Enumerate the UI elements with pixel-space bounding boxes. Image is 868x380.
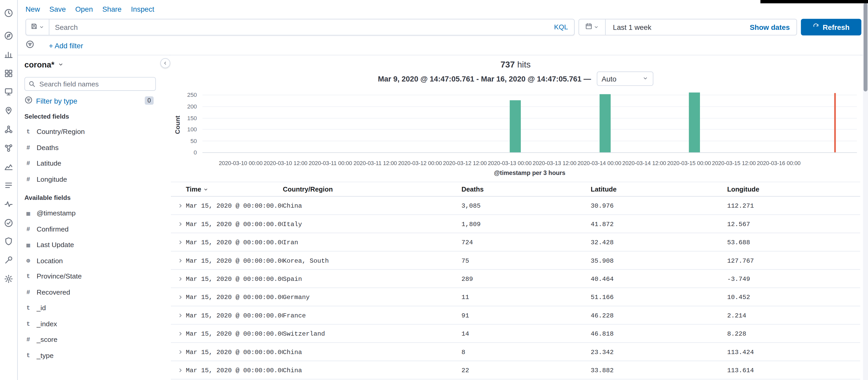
field-item-recovered[interactable]: #Recovered <box>24 284 169 300</box>
filter-count-badge: 0 <box>145 96 154 105</box>
nav-siem-icon[interactable] <box>3 235 14 247</box>
field-item-type[interactable]: t_type <box>24 348 169 363</box>
cell-deaths: 289 <box>462 275 591 282</box>
expand-row-button[interactable] <box>176 293 184 301</box>
column-header-deaths[interactable]: Deaths <box>462 185 591 193</box>
field-item-score[interactable]: #_score <box>24 332 169 348</box>
x-tick-label: 2020-03-14 12:00 <box>622 160 666 166</box>
field-name: _score <box>37 336 57 344</box>
nav-canvas-icon[interactable] <box>3 86 14 97</box>
field-name: @timestamp <box>37 210 75 217</box>
table-row[interactable]: Mar 15, 2020 @ 00:00:00.000Spain28940.46… <box>171 270 860 288</box>
expand-row-button[interactable] <box>176 256 184 264</box>
nav-visualize-icon[interactable] <box>3 49 14 60</box>
column-label: Time <box>186 185 201 193</box>
geo-field-icon: ⊕ <box>24 257 32 264</box>
table-row[interactable]: Mar 15, 2020 @ 00:00:00.000China823.3421… <box>171 343 860 361</box>
field-sidebar: corona* Filter by type 0 Selected fields… <box>18 55 169 380</box>
field-item-last-update[interactable]: ▦Last Update <box>24 237 169 253</box>
field-item-longitude[interactable]: #Longitude <box>24 171 169 187</box>
field-item-province-state[interactable]: tProvince/State <box>24 268 169 284</box>
cell-time: Mar 15, 2020 @ 00:00:00.000 <box>186 367 283 374</box>
collapse-sidebar-button[interactable] <box>160 58 170 68</box>
column-header-time[interactable]: Time <box>186 185 283 193</box>
show-dates-button[interactable]: Show dates <box>750 23 797 31</box>
add-filter-button[interactable]: + Add filter <box>49 41 83 50</box>
scrollbar-thumb[interactable] <box>864 3 867 91</box>
expand-row-button[interactable] <box>176 330 184 338</box>
cell-latitude: 33.882 <box>591 367 727 374</box>
nav-logs-icon[interactable] <box>3 179 14 191</box>
column-header-country-region[interactable]: Country/Region <box>283 185 462 193</box>
top-menu-save[interactable]: Save <box>49 5 66 13</box>
table-row[interactable]: Mar 15, 2020 @ 00:00:00.000France9146.22… <box>171 306 860 324</box>
top-menu-new[interactable]: New <box>26 5 40 13</box>
filter-bar: + Add filter <box>26 39 83 52</box>
field-item-timestamp[interactable]: ▦@timestamp <box>24 205 169 221</box>
table-row[interactable]: Mar 15, 2020 @ 00:00:00.000China2233.882… <box>171 361 860 379</box>
time-range-value[interactable]: Last 1 week <box>606 23 750 31</box>
field-item-deaths[interactable]: #Deaths <box>24 140 169 156</box>
x-tick-label: 2020-03-13 12:00 <box>533 160 577 166</box>
nav-recently-viewed-icon[interactable] <box>3 7 14 19</box>
cell-latitude: 40.464 <box>591 275 727 282</box>
table-row[interactable]: Mar 15, 2020 @ 00:00:00.000Italy1,80941.… <box>171 215 860 233</box>
field-item-latitude[interactable]: #Latitude <box>24 156 169 171</box>
table-row[interactable]: Mar 15, 2020 @ 00:00:00.000Switzerland14… <box>171 325 860 343</box>
date-picker-calendar-button[interactable] <box>579 20 606 35</box>
cell-longitude: 8.228 <box>727 330 861 337</box>
expand-row-button[interactable] <box>176 366 184 374</box>
nav-graph-icon[interactable] <box>3 142 14 153</box>
expand-row-button[interactable] <box>176 202 184 210</box>
field-item-country-region[interactable]: tCountry/Region <box>24 124 169 140</box>
calendar-icon <box>585 23 592 31</box>
saved-query-menu-button[interactable] <box>26 20 49 35</box>
nav-metrics-icon[interactable] <box>3 161 14 172</box>
x-tick-label: 2020-03-13 00:00 <box>488 160 532 166</box>
refresh-button[interactable]: Refresh <box>801 19 862 36</box>
table-row[interactable]: Mar 15, 2020 @ 00:00:00.000Korea, South7… <box>171 252 860 270</box>
interval-select[interactable]: Auto <box>597 71 653 86</box>
cell-country-region: China <box>283 202 462 209</box>
cell-deaths: 14 <box>462 330 591 337</box>
expand-row-button[interactable] <box>176 348 184 356</box>
string-field-icon: t <box>24 352 32 359</box>
nav-dev-tools-icon[interactable] <box>3 254 14 265</box>
nav-discover-icon[interactable] <box>3 30 14 41</box>
field-item-index[interactable]: t_index <box>24 316 169 332</box>
top-menu: NewSaveOpenShareInspect <box>18 0 154 18</box>
expand-row-button[interactable] <box>176 275 184 283</box>
number-field-icon: # <box>24 160 32 167</box>
top-menu-share[interactable]: Share <box>102 5 122 13</box>
filter-by-type[interactable]: Filter by type 0 <box>24 96 154 106</box>
top-menu-open[interactable]: Open <box>75 5 93 13</box>
nav-apm-icon[interactable] <box>3 198 14 210</box>
kql-toggle-button[interactable]: KQL <box>548 20 574 35</box>
nav-machine-learning-icon[interactable] <box>3 124 14 135</box>
nav-uptime-icon[interactable] <box>3 217 14 228</box>
field-name: Confirmed <box>37 225 68 233</box>
table-row[interactable]: Mar 15, 2020 @ 00:00:00.000China3,08530.… <box>171 197 860 215</box>
column-header-longitude[interactable]: Longitude <box>727 185 861 193</box>
field-item-id[interactable]: t_id <box>24 300 169 316</box>
date-field-icon: ▦ <box>24 242 32 249</box>
search-input[interactable] <box>49 20 548 35</box>
index-pattern-switcher[interactable]: corona* <box>24 60 64 69</box>
field-item-confirmed[interactable]: #Confirmed <box>24 221 169 237</box>
expand-row-button[interactable] <box>176 311 184 319</box>
column-header-latitude[interactable]: Latitude <box>591 185 727 193</box>
table-row[interactable]: Mar 15, 2020 @ 00:00:00.000Iran72432.428… <box>171 233 860 251</box>
cell-country-region: China <box>283 348 462 355</box>
field-search-input[interactable] <box>24 77 156 91</box>
filter-set-icon[interactable] <box>26 40 34 51</box>
cell-deaths: 3,085 <box>462 202 591 209</box>
top-menu-inspect[interactable]: Inspect <box>131 5 154 13</box>
field-name: _index <box>37 320 57 328</box>
nav-management-icon[interactable] <box>3 273 14 284</box>
nav-dashboard-icon[interactable] <box>3 67 14 78</box>
expand-row-button[interactable] <box>176 220 184 228</box>
table-row[interactable]: Mar 15, 2020 @ 00:00:00.000Germany1151.1… <box>171 288 860 306</box>
nav-maps-icon[interactable] <box>3 105 14 116</box>
field-item-location[interactable]: ⊕Location <box>24 253 169 268</box>
expand-row-button[interactable] <box>176 238 184 246</box>
